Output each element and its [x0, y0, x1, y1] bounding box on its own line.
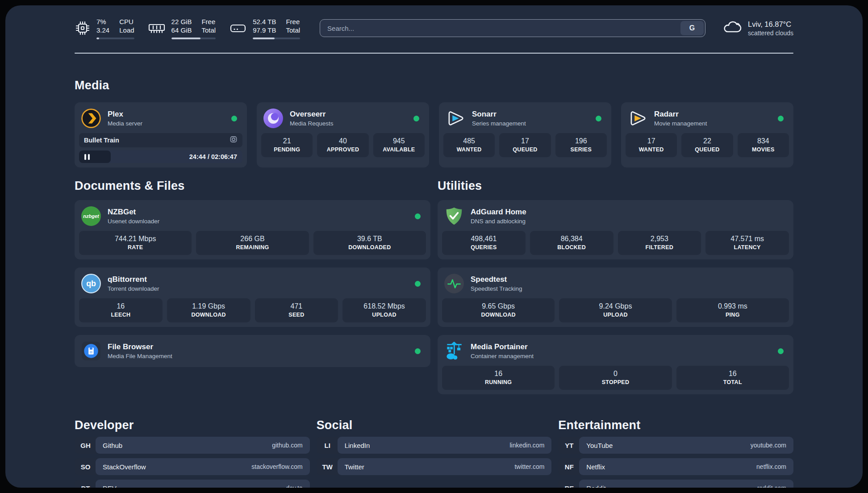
stat-tiles: 17 WANTED 22 QUEUED 834 MOVIES — [626, 133, 789, 157]
link-url: twitter.com — [514, 463, 544, 470]
cpu-stat: 7% 3.24 CPU Load — [75, 17, 134, 39]
link-url: reddit.com — [757, 485, 786, 488]
stat-tile: 86,384 BLOCKED — [530, 231, 613, 255]
app-card-portainer[interactable]: Media Portainer Container management 16 … — [438, 335, 793, 394]
link-linkedin[interactable]: LinkedIn linkedin.com — [338, 437, 552, 454]
stat-tile: 9.24 Gbps UPLOAD — [559, 298, 672, 322]
stat-tile: 0 STOPPED — [559, 366, 672, 390]
links-column-entertainment: Entertainment YT YouTube youtube.com NF … — [558, 418, 793, 488]
link-name: Github — [103, 442, 122, 449]
stat-value: 21 — [263, 137, 311, 145]
stat-value: 16 — [678, 369, 787, 378]
stat-tile: 196 SERIES — [555, 133, 607, 157]
cpu-icon — [75, 20, 91, 36]
status-dot — [413, 116, 419, 121]
link-name: LinkedIn — [345, 442, 370, 449]
stat-label: PING — [678, 312, 787, 318]
section-title-entertainment: Entertainment — [558, 418, 793, 432]
link-twitter[interactable]: Twitter twitter.com — [338, 458, 552, 475]
stat-tile: 498,461 QUERIES — [442, 231, 526, 255]
total-label: Total — [201, 26, 216, 35]
stat-label: WANTED — [445, 146, 493, 153]
stat-tiles: 16 LEECH 1.19 Gbps DOWNLOAD 471 SEED 618… — [79, 298, 426, 322]
stat-value: 471 — [257, 302, 337, 310]
link-name: Twitter — [345, 463, 364, 471]
app-card-plex[interactable]: Plex Media server Bullet Train — [75, 102, 247, 167]
app-card-qbittorrent[interactable]: qb qBittorrent Torrent downloader 16 LEE… — [75, 267, 430, 327]
stat-value: 40 — [319, 137, 367, 145]
memory-icon — [148, 21, 166, 35]
pause-icon[interactable] — [84, 154, 90, 160]
stat-value: 9.65 Gbps — [444, 302, 553, 310]
memory-values: 22 GiB 64 GiB — [171, 17, 192, 35]
stat-tile: 22 QUEUED — [681, 133, 733, 157]
memory-progress-fill — [171, 38, 201, 39]
overseerr-card-header: Overseerr Media Requests — [261, 107, 425, 133]
app-name: Overseerr — [290, 110, 334, 119]
stat-tiles: 16 RUNNING 0 STOPPED 16 TOTAL — [442, 366, 789, 390]
stat-tile: 16 LEECH — [79, 298, 163, 322]
utilities-column: Utilities AdGuard Home DNS and — [438, 179, 793, 394]
app-card-nzbget[interactable]: nzbget NZBGet Usenet downloader 744.21 M… — [75, 200, 430, 259]
stat-tile: 21 PENDING — [261, 133, 313, 157]
cpu-progress-fill — [96, 38, 99, 39]
stat-value: 266 GB — [198, 234, 307, 243]
memory-free-value: 22 GiB — [171, 17, 192, 26]
app-card-sonarr[interactable]: Sonarr Series management 485 WANTED 17 Q… — [439, 102, 611, 167]
link-youtube[interactable]: YouTube youtube.com — [579, 437, 793, 454]
app-subtitle: Series management — [472, 120, 526, 127]
memory-stat: 22 GiB 64 GiB Free Total — [148, 17, 216, 39]
dashboard-panel: 7% 3.24 CPU Load — [5, 5, 863, 488]
stat-value: 39.6 TB — [315, 234, 424, 243]
app-name: Speedtest — [471, 275, 522, 284]
link-name: StackOverflow — [103, 463, 146, 471]
app-subtitle: Media File Management — [108, 353, 172, 359]
storage-free-value: 52.4 TB — [253, 17, 276, 26]
status-dot — [415, 281, 421, 287]
stat-label: TOTAL — [678, 379, 787, 386]
stat-tile: 16 RUNNING — [442, 366, 555, 390]
link-reddit[interactable]: Reddit reddit.com — [579, 480, 793, 488]
link-netflix[interactable]: Netflix netflix.com — [579, 458, 793, 475]
stat-label: DOWNLOAD — [444, 312, 553, 318]
app-card-overseerr[interactable]: Overseerr Media Requests 21 PENDING 40 A… — [257, 102, 429, 167]
stat-tile: 618.52 Mbps UPLOAD — [342, 298, 426, 322]
stat-tile: 834 MOVIES — [738, 133, 789, 157]
app-card-adguard[interactable]: AdGuard Home DNS and adblocking 498,461 … — [438, 200, 793, 259]
stat-value: 945 — [375, 137, 423, 145]
stat-value: 196 — [557, 137, 605, 145]
filebrowser-card-header: File Browser Media File Management — [79, 339, 426, 363]
app-name: qBittorrent — [108, 275, 159, 284]
stat-value: 618.52 Mbps — [344, 302, 424, 310]
status-dot — [415, 213, 421, 219]
app-card-speedtest[interactable]: Speedtest Speedtest Tracking 9.65 Gbps D… — [438, 267, 793, 327]
app-subtitle: Speedtest Tracking — [471, 285, 522, 292]
stat-tile: 16 TOTAL — [676, 366, 789, 390]
cpu-values: 7% 3.24 — [96, 17, 109, 35]
app-card-radarr[interactable]: Radarr Movie management 17 WANTED 22 QUE… — [621, 102, 793, 167]
status-dot — [778, 116, 784, 121]
weather-widget: Lviv, 16.87°C scattered clouds — [722, 20, 793, 37]
search-engine-button[interactable]: G — [680, 21, 704, 35]
status-dot — [778, 348, 784, 354]
app-card-filebrowser[interactable]: File Browser Media File Management — [75, 335, 430, 367]
plex-card-header: Plex Media server — [79, 107, 242, 133]
stat-tile: 744.21 Mbps RATE — [79, 231, 192, 255]
cpu-label: CPU — [119, 17, 134, 26]
total-label: Total — [286, 26, 300, 35]
link-row-youtube: YT YouTube youtube.com — [558, 437, 793, 454]
stat-tile: 17 QUEUED — [499, 133, 551, 157]
link-github[interactable]: Github github.com — [96, 437, 310, 454]
link-dev[interactable]: DEV dev.to — [96, 480, 310, 488]
status-dot — [231, 116, 237, 121]
link-stackoverflow[interactable]: StackOverflow stackoverflow.com — [96, 458, 310, 475]
app-subtitle: Usenet downloader — [108, 218, 159, 225]
memory-total-value: 64 GiB — [171, 26, 192, 35]
stat-value: 47.571 ms — [707, 234, 787, 243]
app-name: AdGuard Home — [471, 208, 526, 217]
stat-tile: 17 WANTED — [626, 133, 677, 157]
section-title-media: Media — [75, 79, 793, 92]
search-input[interactable] — [320, 20, 679, 37]
cpu-progress-bar — [96, 38, 134, 39]
stat-tile: 1.19 Gbps DOWNLOAD — [167, 298, 250, 322]
